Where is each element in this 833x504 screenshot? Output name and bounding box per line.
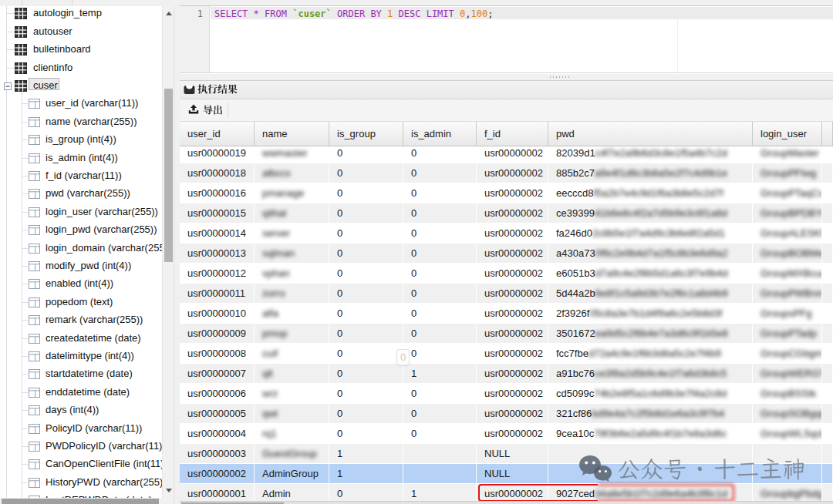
cell-pwd[interactable]: 3501672ea9d5c2f8b4e7a3d6c9f1b5e8 (548, 324, 753, 343)
cell-f_id[interactable]: usr00000002 (477, 264, 548, 283)
grid-header-pwd[interactable]: pwd (548, 122, 753, 146)
cell-cut[interactable] (822, 464, 833, 483)
cell-is_group[interactable]: 0 (329, 424, 403, 443)
cell-cut[interactable] (822, 324, 833, 343)
cell-pwd[interactable]: eecccd8f5a2b7e4c9d1f6a3b8e5c2d7f (548, 183, 753, 203)
cell-user_id[interactable]: usr00000003 (180, 444, 255, 463)
tree-column-item[interactable]: modify_pwd (int(4)) (0, 257, 162, 275)
cell-name[interactable]: pmanage (255, 183, 329, 203)
cell-cut[interactable] (822, 404, 833, 423)
grid-row-usr00000012[interactable]: usr00000012vphan00usr00000002e6051b3d7a9… (180, 264, 833, 284)
cell-name[interactable]: pmop (255, 324, 329, 343)
cell-name[interactable]: server (255, 223, 329, 243)
cell-pwd[interactable] (548, 464, 753, 483)
cell-is_admin[interactable]: 0 (403, 384, 477, 403)
cell-is_admin[interactable]: 0 (403, 244, 477, 263)
grid-row-usr00000009[interactable]: usr00000009pmop00usr000000023501672ea9d5… (180, 324, 833, 344)
cell-f_id[interactable]: usr00000002 (477, 203, 548, 223)
cell-cut[interactable] (822, 304, 833, 323)
cell-pwd[interactable]: ce3939941b6e8c4f2a7d5b9e3c6f1a8d (548, 203, 753, 223)
cell-user_id[interactable]: usr00000008 (180, 344, 255, 363)
cell-is_admin[interactable]: 0 (403, 324, 477, 343)
tree-hscroll-thumb[interactable] (2, 499, 159, 504)
tree-vscroll-thumb[interactable] (164, 89, 173, 262)
cell-user_id[interactable]: usr00000015 (180, 203, 255, 223)
grid-header-name[interactable]: name (255, 122, 329, 146)
cell-is_group[interactable]: 1 (329, 464, 403, 483)
cell-cut[interactable] (822, 344, 833, 363)
cell-login_user[interactable]: GroupPFlwg (753, 163, 822, 183)
cell-name[interactable]: zorro (255, 284, 329, 303)
cell-login_user[interactable]: GroupSOBgqm (753, 404, 822, 423)
cell-f_id[interactable]: usr00000002 (477, 183, 548, 203)
cell-name[interactable]: qlt (255, 364, 329, 383)
cell-user_id[interactable]: usr00000007 (180, 364, 255, 383)
cell-user_id[interactable]: usr00000012 (180, 264, 255, 283)
tree-table-bulletinboard[interactable]: bulletinboard (0, 41, 162, 59)
cell-login_user[interactable]: GroupPTadp (753, 324, 822, 343)
tree-column-item[interactable]: CanOpenClientFile (int(11)) (0, 455, 162, 473)
cell-login_user[interactable]: GroupsPFg (753, 304, 822, 323)
cell-is_admin[interactable]: 0 (403, 424, 477, 443)
tree-horizontal-scrollbar[interactable] (0, 498, 174, 504)
tree-column-item[interactable]: f_id (varchar(11)) (0, 167, 162, 185)
tree-column-item[interactable]: remark (varchar(255)) (0, 311, 162, 329)
cell-is_admin[interactable]: 0 (403, 284, 477, 303)
tree-column-item[interactable]: name (varchar(255)) (0, 113, 162, 131)
cell-login_user[interactable]: GroupMXBcuq (753, 264, 822, 283)
tree-column-item[interactable]: login_pwd (varchar(255)) (0, 221, 162, 239)
cell-f_id[interactable]: usr00000002 (477, 163, 548, 183)
cell-pwd[interactable]: a430a730f6c2e9b4d7a1f5c8b3e6d9a2 (548, 244, 753, 263)
cell-cut[interactable] (822, 444, 833, 463)
cell-pwd[interactable]: fcc7fbed72a4c9e1f6b3d8a5c2e7f4b9 (548, 344, 753, 363)
cell-is_admin[interactable]: 0 (403, 163, 477, 183)
tree-table-autologin_temp[interactable]: autologin_temp (0, 6, 162, 22)
cell-f_id[interactable]: usr00000002 (477, 424, 548, 443)
grid-row-usr00000018[interactable]: usr00000018albccx00usr00000002885b2c7a9e… (180, 163, 833, 183)
grid-header-f_id[interactable]: f_id (477, 122, 548, 146)
cell-cut[interactable] (822, 163, 833, 183)
cell-is_group[interactable]: 0 (329, 244, 403, 263)
cell-f_id[interactable]: usr00000002 (477, 304, 548, 323)
cell-is_admin[interactable]: 0 (403, 404, 477, 423)
cell-is_admin[interactable] (403, 464, 477, 483)
tree-column-item[interactable]: datelimittype (int(4)) (0, 348, 162, 365)
tree-column-item[interactable]: popedom (text) (0, 294, 162, 311)
cell-f_id[interactable]: usr00000002 (477, 284, 548, 303)
grid-row-usr00000013[interactable]: usr00000013sqlman00usr00000002a430a730f6… (180, 244, 833, 264)
grid-row-usr00000004[interactable]: usr00000004rq100usr000000029cea10c78f3b6… (180, 424, 833, 444)
scroll-up-arrow-icon[interactable] (166, 12, 172, 15)
cell-name[interactable]: AdminGroup (255, 464, 329, 483)
cell-pwd[interactable]: fa246d02c8b5e1f7a4d9c3b6e8f2a5d1 (548, 223, 753, 243)
cell-cut[interactable] (822, 183, 833, 203)
cell-f_id[interactable]: usr00000002 (477, 324, 548, 343)
cell-f_id[interactable]: usr00000002 (477, 223, 548, 243)
cell-name[interactable]: wrz (255, 384, 329, 403)
cell-is_group[interactable]: 0 (329, 364, 403, 383)
cell-is_admin[interactable] (403, 444, 477, 463)
cell-login_user[interactable]: GroupWERGTx (753, 364, 822, 383)
scroll-down-arrow-icon[interactable] (166, 489, 172, 492)
grid-header-cut[interactable] (822, 122, 833, 146)
grid-row-usr00000014[interactable]: usr00000014server00usr00000002fa246d02c8… (180, 223, 833, 244)
grid-row-usr00000007[interactable]: usr00000007qlt01usr00000002a91bc76ce3f8a… (180, 364, 833, 384)
cell-is_group[interactable]: 0 (329, 183, 403, 203)
cell-user_id[interactable]: usr00000014 (180, 223, 255, 243)
cell-user_id[interactable]: usr00000009 (180, 324, 255, 343)
sql-editor[interactable]: 1 SELECT * FROM `cuser` ORDER BY 1 DESC … (180, 6, 833, 73)
tree-column-item[interactable]: login_user (varchar(255)) (0, 203, 162, 221)
cell-pwd[interactable]: 321cf86bd9e4a7c2f5b8d1e6a3c9f7b4 (548, 404, 753, 423)
tree-column-item[interactable]: days (int(4)) (0, 402, 162, 419)
cell-f_id[interactable]: NULL (477, 444, 548, 463)
cell-login_user[interactable]: GroupALESKN (753, 223, 822, 243)
cell-name[interactable]: alfa (255, 304, 329, 323)
cell-f_id[interactable]: usr00000002 (477, 384, 548, 403)
cell-f_id[interactable]: usr00000002 (477, 344, 548, 363)
cell-name[interactable]: qwt (255, 404, 329, 423)
grid-header-is_group[interactable]: is_group (329, 122, 403, 146)
tree-vertical-scrollbar[interactable] (162, 6, 174, 498)
cell-f_id[interactable]: usr00000002 (477, 404, 548, 423)
tree-column-item[interactable]: login_domain (varchar(255)) (0, 240, 162, 257)
cell-name[interactable]: vphan (255, 264, 329, 283)
grid-row-usr00000006[interactable]: usr00000006wrz00usr00000002cd5099c74b2e8… (180, 384, 833, 404)
